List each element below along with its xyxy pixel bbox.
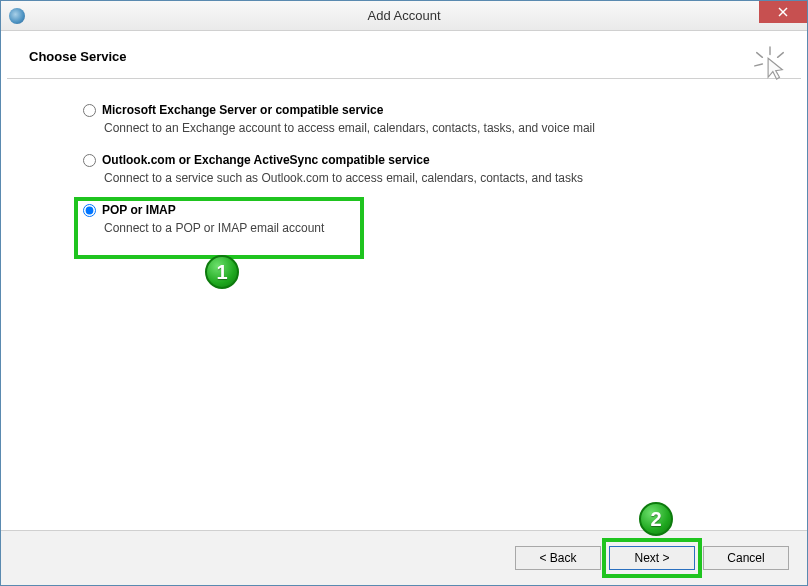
svg-line-3 — [757, 53, 763, 58]
wizard-header: Choose Service — [1, 31, 807, 78]
option-pop-imap-description: Connect to a POP or IMAP email account — [104, 221, 779, 235]
radio-pop-imap[interactable] — [83, 204, 96, 217]
wizard-footer: < Back Next > 2 Cancel — [1, 530, 807, 585]
cancel-button[interactable]: Cancel — [703, 546, 789, 570]
svg-line-5 — [755, 64, 763, 66]
back-button[interactable]: < Back — [515, 546, 601, 570]
service-options: Microsoft Exchange Server or compatible … — [83, 103, 779, 235]
radio-activesync[interactable] — [83, 154, 96, 167]
annotation-badge-1: 1 — [205, 255, 239, 289]
option-pop-imap-label: POP or IMAP — [102, 203, 176, 217]
app-icon — [9, 8, 25, 24]
option-exchange-description: Connect to an Exchange account to access… — [104, 121, 779, 135]
cursor-icon — [751, 45, 789, 83]
option-exchange: Microsoft Exchange Server or compatible … — [83, 103, 779, 135]
page-title: Choose Service — [29, 49, 779, 64]
option-exchange-label: Microsoft Exchange Server or compatible … — [102, 103, 383, 117]
option-activesync-description: Connect to a service such as Outlook.com… — [104, 171, 779, 185]
close-button[interactable] — [759, 1, 807, 23]
radio-exchange[interactable] — [83, 104, 96, 117]
annotation-badge-2: 2 — [639, 502, 673, 536]
add-account-window: Add Account Choose Service — [0, 0, 808, 586]
option-pop-imap: POP or IMAP Connect to a POP or IMAP ema… — [83, 203, 779, 235]
wizard-content: Microsoft Exchange Server or compatible … — [1, 79, 807, 273]
next-button[interactable]: Next > — [609, 546, 695, 570]
titlebar: Add Account — [1, 1, 807, 31]
option-activesync: Outlook.com or Exchange ActiveSync compa… — [83, 153, 779, 185]
next-button-wrapper: Next > 2 — [609, 546, 695, 570]
option-activesync-label: Outlook.com or Exchange ActiveSync compa… — [102, 153, 430, 167]
svg-line-4 — [778, 53, 784, 58]
close-icon — [778, 7, 788, 17]
window-title: Add Account — [368, 8, 441, 23]
